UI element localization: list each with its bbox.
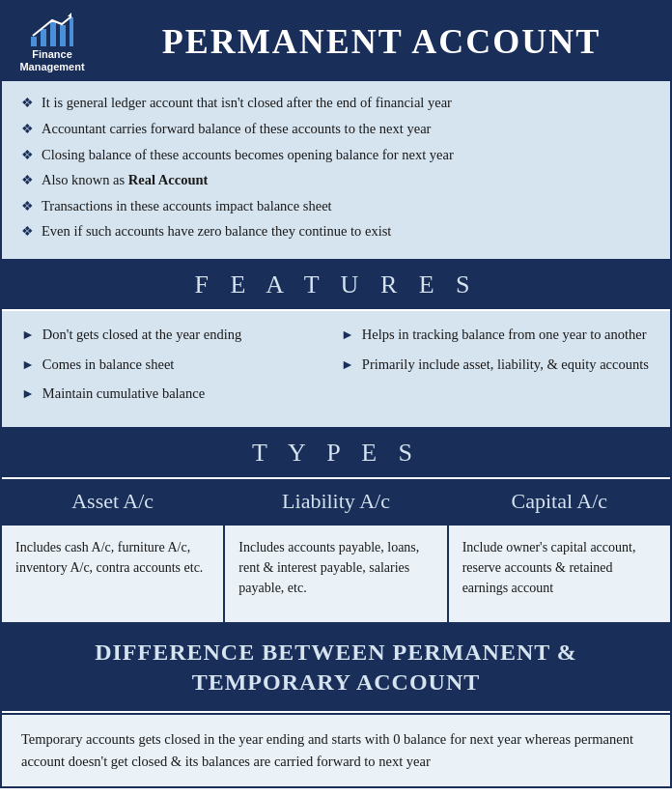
bullet-list: ❖ It is general ledger account that isn'…: [21, 93, 651, 242]
feature-item: ► Maintain cumulative balance: [21, 384, 331, 404]
bullet-diamond: ❖: [21, 120, 34, 139]
svg-rect-4: [70, 17, 73, 46]
type-asset: Asset A/c Includes cash A/c, furniture A…: [2, 479, 225, 622]
list-item: ❖ Accountant carries forward balance of …: [21, 119, 651, 139]
features-list-2: ► Helps in tracking balance from one yea…: [341, 325, 651, 374]
list-item: ❖ It is general ledger account that isn'…: [21, 93, 651, 113]
svg-rect-1: [41, 29, 46, 46]
type-liability-header: Liability A/c: [225, 479, 446, 526]
arrow-icon: ►: [21, 384, 35, 404]
bold-real-account: Real Account: [128, 172, 209, 187]
logo-area: Finance Management: [14, 10, 91, 73]
intro-section: ❖ It is general ledger account that isn'…: [2, 81, 670, 261]
types-section: Asset A/c Includes cash A/c, furniture A…: [2, 479, 670, 624]
arrow-icon: ►: [21, 355, 35, 375]
svg-rect-2: [50, 21, 56, 46]
difference-header: DIFFERENCE BETWEEN PERMANENT & TEMPORARY…: [2, 624, 670, 713]
bullet-diamond: ❖: [21, 146, 34, 165]
list-item: ❖ Closing balance of these accounts beco…: [21, 145, 651, 165]
arrow-icon: ►: [21, 326, 35, 345]
type-asset-header: Asset A/c: [2, 479, 223, 526]
header: Finance Management PERMANENT ACCOUNT: [2, 2, 670, 81]
type-liability: Liability A/c Includes accounts payable,…: [225, 479, 448, 622]
type-liability-body: Includes accounts payable, loans, rent &…: [225, 526, 446, 622]
features-header: F E A T U R E S: [2, 261, 670, 311]
difference-body: Temporary accounts gets closed in the ye…: [2, 713, 670, 786]
feature-item: ► Don't gets closed at the year ending: [21, 325, 331, 345]
features-grid: ► Don't gets closed at the year ending ►…: [2, 311, 670, 429]
types-header: T Y P E S: [2, 429, 670, 479]
bullet-diamond: ❖: [21, 197, 34, 216]
logo-icon: [29, 10, 75, 48]
features-list-1: ► Don't gets closed at the year ending ►…: [21, 325, 331, 404]
features-col-2: ► Helps in tracking balance from one yea…: [341, 325, 651, 413]
features-col-1: ► Don't gets closed at the year ending ►…: [21, 325, 331, 413]
arrow-icon: ►: [341, 326, 354, 345]
svg-rect-3: [60, 25, 66, 46]
arrow-icon: ►: [341, 355, 354, 375]
type-asset-body: Includes cash A/c, furniture A/c, invent…: [2, 526, 223, 622]
svg-rect-0: [31, 37, 37, 46]
types-grid: Asset A/c Includes cash A/c, furniture A…: [2, 479, 670, 622]
list-item: ❖ Transactions in these accounts impact …: [21, 196, 651, 216]
list-item: ❖ Even if such accounts have zero balanc…: [21, 221, 651, 242]
bullet-diamond: ❖: [21, 222, 34, 242]
feature-item: ► Helps in tracking balance from one yea…: [341, 325, 651, 345]
type-capital-body: Include owner's capital account, reserve…: [449, 526, 670, 622]
type-capital: Capital A/c Include owner's capital acco…: [449, 479, 670, 622]
logo-text: Finance Management: [19, 48, 84, 73]
page-container: Finance Management PERMANENT ACCOUNT ❖ I…: [0, 0, 672, 788]
svg-marker-5: [68, 13, 71, 16]
page-title: PERMANENT ACCOUNT: [104, 21, 658, 62]
feature-item: ► Comes in balance sheet: [21, 355, 331, 375]
type-capital-header: Capital A/c: [449, 479, 670, 526]
list-item-real-account: ❖ Also known as Real Account: [21, 170, 651, 190]
bullet-diamond: ❖: [21, 94, 34, 113]
feature-item: ► Primarily include asset, liability, & …: [341, 355, 651, 375]
bullet-diamond: ❖: [21, 171, 34, 190]
